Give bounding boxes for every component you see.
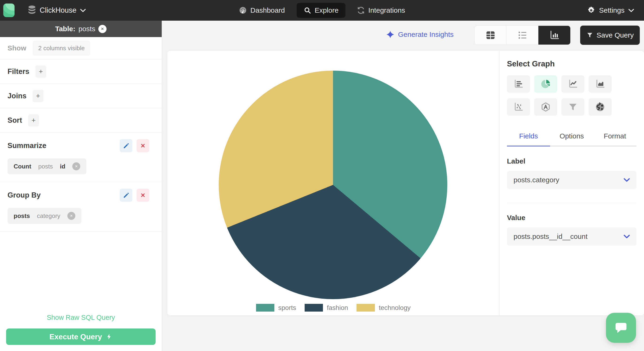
sparkle-icon [386, 30, 394, 39]
search-icon [304, 6, 311, 14]
summarize-label: Summarize [8, 142, 46, 150]
legend-item-sports: sports [256, 304, 296, 312]
generate-insights-button[interactable]: Generate Insights [386, 30, 454, 39]
chat-widget-button[interactable] [606, 313, 636, 343]
legend-label: fashion [327, 304, 348, 312]
chevron-down-icon [80, 9, 86, 12]
graph-type-geo-button[interactable] [588, 98, 612, 116]
radar-chart-icon [540, 102, 551, 112]
value-field-value: posts.posts__id__count [514, 232, 588, 240]
execute-query-button[interactable]: Execute Query [6, 328, 156, 345]
chevron-down-icon [624, 178, 630, 182]
nav-item-label: Explore [315, 6, 339, 14]
show-raw-sql-link[interactable]: Show Raw SQL Query [0, 314, 162, 322]
chart-view-icon [549, 30, 560, 40]
funnel-chart-icon [568, 102, 578, 112]
graph-type-scatter-button[interactable] [507, 98, 530, 116]
sort-label: Sort [8, 116, 22, 124]
graph-type-radar-button[interactable] [534, 98, 557, 116]
table-header-prefix: Table: [55, 25, 75, 33]
list-view-icon [517, 30, 528, 40]
legend-swatch [256, 304, 274, 312]
add-sort-button[interactable]: + [28, 114, 39, 126]
joins-label: Joins [8, 92, 26, 100]
view-toggle-list[interactable] [506, 26, 538, 44]
close-table-icon[interactable] [98, 25, 106, 33]
panel-tabs: FieldsOptionsFormat [507, 132, 636, 146]
remove-group-by-chip-icon[interactable] [67, 212, 75, 220]
chevron-down-icon [624, 235, 630, 238]
nav-item-explore[interactable]: Explore [297, 3, 346, 18]
graph-type-funnel-button[interactable] [562, 98, 584, 116]
chart-legend: sportsfashiontechnology [167, 304, 499, 312]
save-query-label: Save Query [596, 31, 634, 39]
filters-label: Filters [8, 67, 29, 76]
geo-chart-icon [595, 102, 605, 112]
graph-type-bar-button[interactable] [507, 75, 530, 93]
query-builder-sidebar: Table: posts Show 2 columns visible Filt… [0, 21, 162, 351]
legend-swatch [356, 304, 375, 312]
edit-group-by-button[interactable] [120, 189, 132, 202]
table-name: posts [78, 25, 95, 33]
summarize-table: posts [38, 163, 53, 170]
filters-section: Filters+ [0, 59, 162, 84]
lightning-icon [106, 334, 112, 340]
legend-item-fashion: fashion [305, 304, 348, 312]
group-by-chip: posts category [8, 208, 82, 224]
dashboard-icon [239, 6, 247, 14]
main-nav: DashboardExploreIntegrations [238, 0, 406, 21]
edit-summarize-button[interactable] [120, 139, 132, 152]
line-chart-icon [568, 79, 578, 89]
label-field-value: posts.category [514, 176, 559, 184]
tab-options[interactable]: Options [550, 132, 593, 146]
remove-summarize-chip-icon[interactable] [72, 162, 80, 170]
tab-fields[interactable]: Fields [507, 132, 550, 146]
tab-format[interactable]: Format [593, 132, 636, 146]
top-navbar: ClickHouse DashboardExploreIntegrations … [0, 0, 644, 21]
chevron-down-icon [628, 9, 634, 12]
value-field-heading: Value [507, 214, 636, 222]
graph-type-line-button[interactable] [562, 75, 584, 93]
nav-item-integrations[interactable]: Integrations [356, 3, 406, 18]
graph-type-area-button[interactable] [588, 75, 612, 93]
sync-icon [357, 6, 365, 14]
legend-label: technology [379, 304, 410, 312]
add-joins-button[interactable]: + [32, 90, 44, 102]
view-toggle-chart[interactable] [538, 26, 570, 44]
summarize-agg: Count [14, 163, 31, 170]
results-sheet: sportsfashiontechnology Select Graph Fie… [167, 51, 644, 315]
app-logo[interactable] [3, 4, 14, 17]
delete-summarize-button[interactable] [136, 139, 149, 152]
nav-item-dashboard[interactable]: Dashboard [238, 3, 286, 18]
generate-insights-label: Generate Insights [398, 30, 454, 38]
bar-chart-icon [513, 79, 524, 89]
group-by-section: Group By posts category [0, 182, 162, 232]
settings-menu[interactable]: Settings [587, 0, 634, 21]
filter-funnel-icon [586, 32, 593, 39]
save-query-button[interactable]: Save Query [580, 26, 640, 45]
value-field-dropdown[interactable]: posts.posts__id__count [507, 227, 636, 246]
scatter-chart-icon [513, 102, 524, 112]
group-by-field: category [37, 212, 60, 220]
graph-type-pie-button[interactable] [534, 75, 557, 93]
sort-section: Sort+ [0, 108, 162, 132]
pie-chart-icon [540, 78, 551, 90]
add-filters-button[interactable]: + [36, 66, 46, 78]
table-view-icon [485, 30, 496, 40]
view-toggle-group [474, 26, 570, 45]
show-label: Show [8, 44, 26, 52]
joins-section: Joins+ [0, 84, 162, 108]
graph-settings-panel: Select Graph FieldsOptionsFormat Label p… [499, 51, 644, 315]
area-chart-icon [595, 79, 605, 89]
nav-item-label: Dashboard [250, 6, 285, 14]
legend-swatch [305, 304, 323, 312]
columns-visible-chip[interactable]: 2 columns visible [33, 41, 90, 56]
pencil-icon [123, 192, 129, 198]
label-field-dropdown[interactable]: posts.category [507, 171, 636, 189]
summarize-section: Summarize Count posts id [0, 132, 162, 182]
delete-group-by-button[interactable] [136, 189, 149, 202]
pencil-icon [123, 143, 129, 149]
database-selector[interactable]: ClickHouse [28, 5, 86, 16]
group-by-label: Group By [8, 191, 40, 200]
view-toggle-table[interactable] [474, 26, 506, 44]
